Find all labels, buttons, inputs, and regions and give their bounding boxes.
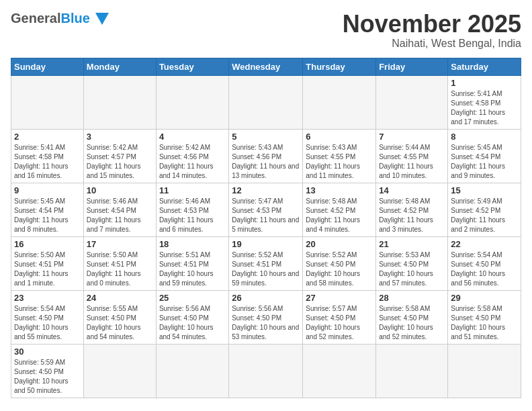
day-number: 10	[87, 185, 153, 195]
title-area: November 2025 Naihati, West Bengal, Indi…	[343, 11, 521, 50]
day-info: Sunrise: 5:53 AM Sunset: 4:50 PM Dayligh…	[379, 250, 445, 288]
svg-marker-0	[95, 13, 109, 25]
calendar-week-row: 23Sunrise: 5:54 AM Sunset: 4:50 PM Dayli…	[11, 290, 521, 344]
calendar-day: 25Sunrise: 5:56 AM Sunset: 4:50 PM Dayli…	[156, 290, 228, 344]
calendar-day: 2Sunrise: 5:41 AM Sunset: 4:58 PM Daylig…	[11, 129, 84, 183]
day-info: Sunrise: 5:56 AM Sunset: 4:50 PM Dayligh…	[232, 304, 300, 342]
day-info: Sunrise: 5:43 AM Sunset: 4:56 PM Dayligh…	[232, 143, 300, 181]
day-number: 9	[14, 185, 81, 195]
weekday-header-wednesday: Wednesday	[229, 58, 303, 75]
calendar-day: 21Sunrise: 5:53 AM Sunset: 4:50 PM Dayli…	[376, 236, 448, 290]
day-number: 1	[451, 78, 518, 88]
calendar-day: 4Sunrise: 5:42 AM Sunset: 4:56 PM Daylig…	[156, 129, 228, 183]
calendar-day	[303, 75, 376, 129]
weekday-header-sunday: Sunday	[11, 58, 84, 75]
location-title: Naihati, West Bengal, India	[343, 38, 521, 50]
day-number: 7	[379, 132, 445, 142]
day-number: 30	[14, 347, 81, 357]
calendar-table: SundayMondayTuesdayWednesdayThursdayFrid…	[11, 58, 521, 398]
page-header: General Blue November 2025 Naihati, West…	[11, 11, 521, 50]
day-number: 22	[451, 239, 518, 249]
month-title: November 2025	[343, 11, 521, 38]
calendar-day: 17Sunrise: 5:50 AM Sunset: 4:51 PM Dayli…	[83, 236, 156, 290]
day-info: Sunrise: 5:58 AM Sunset: 4:50 PM Dayligh…	[451, 304, 518, 342]
calendar-day: 23Sunrise: 5:54 AM Sunset: 4:50 PM Dayli…	[11, 290, 84, 344]
day-number: 13	[306, 185, 373, 195]
day-number: 16	[14, 239, 81, 249]
day-info: Sunrise: 5:44 AM Sunset: 4:55 PM Dayligh…	[379, 143, 445, 181]
day-info: Sunrise: 5:42 AM Sunset: 4:56 PM Dayligh…	[159, 143, 226, 181]
calendar-day: 24Sunrise: 5:55 AM Sunset: 4:50 PM Dayli…	[83, 290, 156, 344]
day-number: 21	[379, 239, 445, 249]
calendar-day: 20Sunrise: 5:52 AM Sunset: 4:50 PM Dayli…	[303, 236, 376, 290]
day-info: Sunrise: 5:52 AM Sunset: 4:51 PM Dayligh…	[232, 250, 300, 288]
day-info: Sunrise: 5:47 AM Sunset: 4:53 PM Dayligh…	[232, 197, 300, 234]
day-info: Sunrise: 5:45 AM Sunset: 4:54 PM Dayligh…	[451, 143, 518, 181]
day-info: Sunrise: 5:57 AM Sunset: 4:50 PM Dayligh…	[306, 304, 373, 342]
calendar-day	[156, 75, 228, 129]
weekday-header-saturday: Saturday	[448, 58, 521, 75]
day-info: Sunrise: 5:54 AM Sunset: 4:50 PM Dayligh…	[451, 250, 518, 288]
calendar-day: 19Sunrise: 5:52 AM Sunset: 4:51 PM Dayli…	[229, 236, 303, 290]
day-info: Sunrise: 5:49 AM Sunset: 4:52 PM Dayligh…	[451, 197, 518, 234]
day-info: Sunrise: 5:48 AM Sunset: 4:52 PM Dayligh…	[306, 197, 373, 234]
calendar-week-row: 1Sunrise: 5:41 AM Sunset: 4:58 PM Daylig…	[11, 75, 521, 129]
weekday-header-thursday: Thursday	[303, 58, 376, 75]
calendar-day: 7Sunrise: 5:44 AM Sunset: 4:55 PM Daylig…	[376, 129, 448, 183]
day-number: 24	[87, 293, 153, 303]
logo-blue: Blue	[60, 11, 89, 26]
day-info: Sunrise: 5:42 AM Sunset: 4:57 PM Dayligh…	[87, 143, 153, 181]
day-info: Sunrise: 5:41 AM Sunset: 4:58 PM Dayligh…	[451, 89, 518, 127]
day-number: 15	[451, 185, 518, 195]
day-info: Sunrise: 5:58 AM Sunset: 4:50 PM Dayligh…	[379, 304, 445, 342]
weekday-header-row: SundayMondayTuesdayWednesdayThursdayFrid…	[11, 58, 521, 75]
calendar-day: 14Sunrise: 5:48 AM Sunset: 4:52 PM Dayli…	[376, 183, 448, 236]
logo-triangle-icon	[93, 11, 112, 26]
calendar-day: 26Sunrise: 5:56 AM Sunset: 4:50 PM Dayli…	[229, 290, 303, 344]
day-number: 23	[14, 293, 81, 303]
calendar-day: 3Sunrise: 5:42 AM Sunset: 4:57 PM Daylig…	[83, 129, 156, 183]
day-number: 25	[159, 293, 226, 303]
calendar-day: 16Sunrise: 5:50 AM Sunset: 4:51 PM Dayli…	[11, 236, 84, 290]
calendar-day: 15Sunrise: 5:49 AM Sunset: 4:52 PM Dayli…	[448, 183, 521, 236]
day-number: 14	[379, 185, 445, 195]
calendar-day: 12Sunrise: 5:47 AM Sunset: 4:53 PM Dayli…	[229, 183, 303, 236]
calendar-day	[448, 344, 521, 398]
day-number: 29	[451, 293, 518, 303]
day-number: 28	[379, 293, 445, 303]
day-info: Sunrise: 5:50 AM Sunset: 4:51 PM Dayligh…	[14, 250, 81, 288]
calendar-day	[376, 344, 448, 398]
day-info: Sunrise: 5:59 AM Sunset: 4:50 PM Dayligh…	[14, 358, 81, 396]
calendar-day: 9Sunrise: 5:45 AM Sunset: 4:54 PM Daylig…	[11, 183, 84, 236]
calendar-day: 5Sunrise: 5:43 AM Sunset: 4:56 PM Daylig…	[229, 129, 303, 183]
calendar-day	[229, 75, 303, 129]
calendar-day: 30Sunrise: 5:59 AM Sunset: 4:50 PM Dayli…	[11, 344, 84, 398]
calendar-week-row: 9Sunrise: 5:45 AM Sunset: 4:54 PM Daylig…	[11, 183, 521, 236]
day-number: 27	[306, 293, 373, 303]
calendar-week-row: 16Sunrise: 5:50 AM Sunset: 4:51 PM Dayli…	[11, 236, 521, 290]
calendar-day: 28Sunrise: 5:58 AM Sunset: 4:50 PM Dayli…	[376, 290, 448, 344]
calendar-day: 22Sunrise: 5:54 AM Sunset: 4:50 PM Dayli…	[448, 236, 521, 290]
logo: General Blue	[11, 11, 112, 26]
logo-general: General	[11, 11, 60, 26]
day-info: Sunrise: 5:45 AM Sunset: 4:54 PM Dayligh…	[14, 197, 81, 234]
calendar-day	[11, 75, 84, 129]
calendar-day: 27Sunrise: 5:57 AM Sunset: 4:50 PM Dayli…	[303, 290, 376, 344]
calendar-day	[229, 344, 303, 398]
calendar-day: 18Sunrise: 5:51 AM Sunset: 4:51 PM Dayli…	[156, 236, 228, 290]
day-number: 11	[159, 185, 226, 195]
calendar-day	[303, 344, 376, 398]
calendar-week-row: 30Sunrise: 5:59 AM Sunset: 4:50 PM Dayli…	[11, 344, 521, 398]
calendar-day: 11Sunrise: 5:46 AM Sunset: 4:53 PM Dayli…	[156, 183, 228, 236]
day-info: Sunrise: 5:56 AM Sunset: 4:50 PM Dayligh…	[159, 304, 226, 342]
day-number: 5	[232, 132, 300, 142]
day-number: 20	[306, 239, 373, 249]
day-number: 4	[159, 132, 226, 142]
day-number: 19	[232, 239, 300, 249]
calendar-day: 6Sunrise: 5:43 AM Sunset: 4:55 PM Daylig…	[303, 129, 376, 183]
day-number: 6	[306, 132, 373, 142]
day-info: Sunrise: 5:52 AM Sunset: 4:50 PM Dayligh…	[306, 250, 373, 288]
day-info: Sunrise: 5:54 AM Sunset: 4:50 PM Dayligh…	[14, 304, 81, 342]
calendar-day	[376, 75, 448, 129]
day-info: Sunrise: 5:50 AM Sunset: 4:51 PM Dayligh…	[87, 250, 153, 288]
